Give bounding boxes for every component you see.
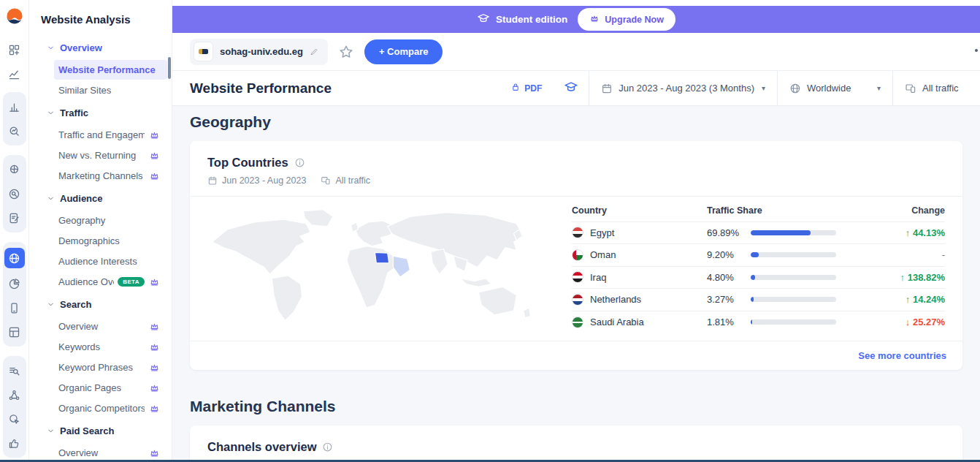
country-cell: Oman [572,249,707,261]
info-icon[interactable] [322,442,333,452]
region-selector[interactable]: Worldwide ▾ [777,71,892,105]
student-cap-button[interactable] [554,80,589,97]
chevron-down-icon [47,109,55,117]
crown-icon [589,13,600,26]
globe-icon[interactable] [4,248,25,268]
sidebar-scrollbar[interactable] [168,57,171,79]
app-window: Website Analysis OverviewWebsite Perform… [0,0,980,462]
marketing-channels-heading: Marketing Channels [190,390,962,415]
compare-button[interactable]: + Compare [364,39,443,64]
dashboard-icon[interactable] [6,41,23,58]
site-favicon [194,42,213,61]
rail-group [3,41,26,83]
pie-chart-icon[interactable] [6,275,23,292]
traffic-share-bar [751,297,836,302]
sidebar-item-geography[interactable]: Geography [54,211,167,230]
crown-icon [149,447,160,458]
devices-icon [905,83,916,94]
info-icon[interactable] [294,157,305,168]
favorite-star-icon[interactable] [338,44,354,60]
trendline-icon[interactable] [6,65,23,83]
note-icon[interactable] [6,209,23,227]
change-cell: ↑ 138.82% [865,272,945,283]
sidebar-item-audience-overl[interactable]: Audience Overl...BETA [54,272,167,292]
network-icon[interactable] [6,386,23,404]
sidebar-section-traffic[interactable]: Traffic [29,101,172,124]
sidebar: Website Analysis OverviewWebsite Perform… [29,0,172,460]
page-title: Website Performance [172,80,499,96]
globe-icon [789,83,801,94]
card-traffic-filter: All traffic [335,175,370,186]
card-date-range: Jun 2023 - Aug 2023 [222,175,306,186]
sidebar-item-keywords[interactable]: Keywords [54,337,167,357]
sidebar-item-keyword-phrases[interactable]: Keyword Phrases [54,357,167,377]
country-row: Iraq4.80%↑ 138.82% [572,267,945,289]
top-countries-table: CountryTraffic ShareChangeEgypt69.89%↑ 4… [572,200,945,333]
crown-icon [149,276,160,287]
saudi-arabia-flag-icon [572,317,583,328]
country-cell: Saudi Arabia [572,317,707,328]
search-circle-icon[interactable] [6,185,23,202]
crown-icon [149,321,160,332]
chevron-down-icon [47,300,55,308]
sidebar-item-overview[interactable]: Overview [54,317,167,336]
beta-badge: BETA [118,277,145,287]
sidebar-item-website-performance[interactable]: Website Performance [54,60,167,80]
sidebar-item-traffic-and-engageme[interactable]: Traffic and Engageme... [54,125,167,145]
upgrade-now-button[interactable]: Upgrade Now [578,8,675,31]
bar-chart-icon[interactable] [6,98,23,116]
traffic-share-cell: 9.20% [707,249,865,260]
country-cell: Iraq [572,271,707,283]
country-row: Netherlands3.27%↑ 14.24% [572,289,945,311]
map-new-zealand [523,308,530,317]
map-country-egypt-highlight [375,252,388,262]
map-africa [347,246,396,307]
see-more-countries-link[interactable]: See more countries [858,350,946,361]
world-map [197,200,566,333]
country-column-header: Country [572,205,707,216]
date-range-picker[interactable]: Jun 2023 - Aug 2023 (3 Months) ▾ [589,71,777,105]
calendar-icon [207,175,218,186]
oman-flag-icon [572,249,583,261]
similarweb-logo-icon[interactable] [6,7,23,25]
traffic-share-cell: 4.80% [707,272,865,283]
crown-icon [149,362,160,373]
map-north-america [212,219,310,274]
sidebar-item-demographics[interactable]: Demographics [54,231,167,251]
edit-domain-icon[interactable] [310,47,319,56]
sidebar-item-overview[interactable]: Overview [54,443,167,460]
sidebar-section-paid-search[interactable]: Paid Search [29,419,172,442]
sidebar-item-similar-sites[interactable]: Similar Sites [54,80,167,100]
domain-chip[interactable]: sohag-univ.edu.eg [190,39,328,65]
chevron-down-icon [47,427,55,435]
sidebar-section-search[interactable]: Search [29,292,172,316]
map-south-america [272,276,302,320]
sidebar-section-audience[interactable]: Audience [29,186,172,210]
thumbs-up-icon[interactable] [6,434,23,452]
crown-icon [149,150,160,161]
sidebar-section-overview[interactable]: Overview [29,36,172,59]
traffic-share-cell: 1.81% [707,317,865,327]
country-cell: Netherlands [572,294,707,306]
crown-icon [149,403,160,414]
web-globe-icon[interactable] [6,161,23,178]
table-header-row: CountryTraffic ShareChange [572,200,945,222]
chevron-down-icon: ▾ [877,84,881,92]
sidebar-item-audience-interests[interactable]: Audience Interests [54,251,167,271]
mobile-icon[interactable] [6,299,23,317]
sidebar-item-organic-pages[interactable]: Organic Pages [54,378,167,398]
list-search-icon[interactable] [6,362,23,379]
scroll-content[interactable]: Geography Top Countries Jun 2023 - Aug 2… [172,106,980,460]
export-pdf-button[interactable]: PDF [499,71,554,105]
click-icon[interactable] [6,410,23,428]
domain-bar: sohag-univ.edu.eg + Compare [172,33,980,71]
app-grid-icon[interactable] [6,323,23,341]
sidebar-item-organic-competitors[interactable]: Organic Competitors [54,398,167,418]
sidebar-item-new-vs-returning[interactable]: New vs. Returning [54,145,167,165]
crown-icon [149,129,160,140]
map-indonesia [460,278,491,287]
change-cell: - [865,249,945,260]
sidebar-item-marketing-channels[interactable]: Marketing Channels [54,166,167,186]
search-chart-icon[interactable] [6,122,23,140]
traffic-filter[interactable]: All traffic [892,71,980,105]
